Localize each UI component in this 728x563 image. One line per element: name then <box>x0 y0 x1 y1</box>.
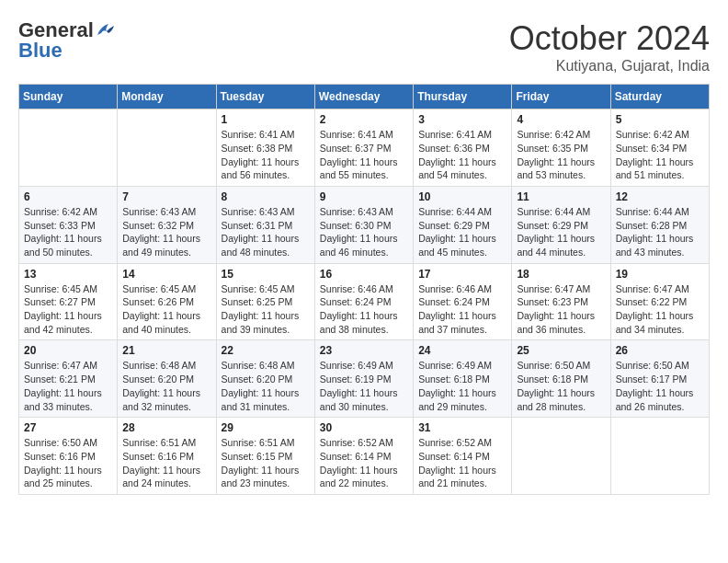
day-info: Sunrise: 6:46 AMSunset: 6:24 PMDaylight:… <box>418 282 506 337</box>
calendar-day-cell: 2Sunrise: 6:41 AMSunset: 6:37 PMDaylight… <box>314 109 413 187</box>
calendar-day-cell: 15Sunrise: 6:45 AMSunset: 6:25 PMDayligh… <box>216 263 314 340</box>
day-number: 31 <box>418 421 506 434</box>
day-info: Sunrise: 6:43 AMSunset: 6:31 PMDaylight:… <box>222 205 310 259</box>
day-number: 18 <box>517 268 605 281</box>
day-info: Sunrise: 6:42 AMSunset: 6:35 PMDaylight:… <box>517 128 605 182</box>
calendar-day-cell: 25Sunrise: 6:50 AMSunset: 6:18 PMDayligh… <box>512 340 610 418</box>
day-number: 4 <box>517 113 605 126</box>
calendar-week-row: 1Sunrise: 6:41 AMSunset: 6:38 PMDaylight… <box>19 109 710 187</box>
logo-bird-icon <box>96 22 116 39</box>
day-info: Sunrise: 6:41 AMSunset: 6:37 PMDaylight:… <box>320 128 408 182</box>
logo-blue-text: Blue <box>18 39 63 63</box>
day-number: 22 <box>222 344 310 357</box>
calendar-day-cell: 28Sunrise: 6:51 AMSunset: 6:16 PMDayligh… <box>118 418 216 495</box>
day-info: Sunrise: 6:42 AMSunset: 6:33 PMDaylight:… <box>24 205 112 259</box>
day-number: 11 <box>517 190 605 203</box>
calendar-day-header: Wednesday <box>314 85 413 109</box>
calendar-day-header: Tuesday <box>216 85 314 109</box>
calendar-day-cell: 5Sunrise: 6:42 AMSunset: 6:34 PMDaylight… <box>610 109 709 187</box>
calendar-day-cell: 30Sunrise: 6:52 AMSunset: 6:14 PMDayligh… <box>314 418 413 495</box>
logo: General Blue <box>18 18 116 63</box>
calendar-day-cell <box>118 109 216 187</box>
day-info: Sunrise: 6:49 AMSunset: 6:19 PMDaylight:… <box>320 359 408 413</box>
calendar-day-header: Saturday <box>610 85 709 109</box>
day-number: 24 <box>418 344 506 357</box>
day-info: Sunrise: 6:50 AMSunset: 6:18 PMDaylight:… <box>517 359 605 413</box>
calendar-day-header: Thursday <box>414 85 512 109</box>
calendar-day-cell: 27Sunrise: 6:50 AMSunset: 6:16 PMDayligh… <box>19 418 118 495</box>
day-number: 19 <box>616 268 704 281</box>
day-info: Sunrise: 6:48 AMSunset: 6:20 PMDaylight:… <box>222 359 310 413</box>
calendar-day-header: Friday <box>512 85 610 109</box>
day-number: 12 <box>616 190 704 203</box>
calendar-day-cell: 20Sunrise: 6:47 AMSunset: 6:21 PMDayligh… <box>19 340 118 418</box>
day-info: Sunrise: 6:47 AMSunset: 6:23 PMDaylight:… <box>517 282 605 337</box>
calendar-day-cell: 9Sunrise: 6:43 AMSunset: 6:30 PMDaylight… <box>314 186 413 263</box>
day-info: Sunrise: 6:46 AMSunset: 6:24 PMDaylight:… <box>320 282 408 337</box>
day-number: 30 <box>320 421 408 434</box>
day-info: Sunrise: 6:50 AMSunset: 6:16 PMDaylight:… <box>24 436 112 490</box>
calendar-day-cell: 13Sunrise: 6:45 AMSunset: 6:27 PMDayligh… <box>19 263 118 340</box>
day-number: 3 <box>418 113 506 126</box>
day-info: Sunrise: 6:42 AMSunset: 6:34 PMDaylight:… <box>616 128 704 182</box>
calendar-day-cell: 26Sunrise: 6:50 AMSunset: 6:17 PMDayligh… <box>610 340 709 418</box>
calendar-week-row: 13Sunrise: 6:45 AMSunset: 6:27 PMDayligh… <box>19 263 710 340</box>
calendar-day-cell: 17Sunrise: 6:46 AMSunset: 6:24 PMDayligh… <box>414 263 512 340</box>
day-number: 9 <box>320 190 408 203</box>
calendar-day-header: Sunday <box>19 85 118 109</box>
month-title: October 2024 <box>509 18 710 58</box>
calendar-day-cell: 6Sunrise: 6:42 AMSunset: 6:33 PMDaylight… <box>19 186 118 263</box>
day-info: Sunrise: 6:49 AMSunset: 6:18 PMDaylight:… <box>418 359 506 413</box>
day-number: 7 <box>122 190 210 203</box>
calendar-day-cell: 23Sunrise: 6:49 AMSunset: 6:19 PMDayligh… <box>314 340 413 418</box>
day-info: Sunrise: 6:41 AMSunset: 6:36 PMDaylight:… <box>418 128 506 182</box>
day-info: Sunrise: 6:45 AMSunset: 6:27 PMDaylight:… <box>24 282 112 337</box>
calendar-day-cell: 1Sunrise: 6:41 AMSunset: 6:38 PMDaylight… <box>216 109 314 187</box>
calendar-header-row: SundayMondayTuesdayWednesdayThursdayFrid… <box>19 85 710 109</box>
day-info: Sunrise: 6:45 AMSunset: 6:26 PMDaylight:… <box>122 282 210 337</box>
day-info: Sunrise: 6:47 AMSunset: 6:21 PMDaylight:… <box>24 359 112 413</box>
page-header: General Blue October 2024 Kutiyana, Guja… <box>18 18 710 75</box>
calendar-day-cell: 4Sunrise: 6:42 AMSunset: 6:35 PMDaylight… <box>512 109 610 187</box>
day-number: 26 <box>616 344 704 357</box>
day-info: Sunrise: 6:43 AMSunset: 6:30 PMDaylight:… <box>320 205 408 259</box>
day-info: Sunrise: 6:43 AMSunset: 6:32 PMDaylight:… <box>122 205 210 259</box>
day-number: 15 <box>222 268 310 281</box>
day-number: 6 <box>24 190 112 203</box>
calendar-day-cell: 7Sunrise: 6:43 AMSunset: 6:32 PMDaylight… <box>118 186 216 263</box>
day-number: 10 <box>418 190 506 203</box>
day-number: 28 <box>122 421 210 434</box>
day-number: 14 <box>122 268 210 281</box>
calendar-day-cell: 3Sunrise: 6:41 AMSunset: 6:36 PMDaylight… <box>414 109 512 187</box>
calendar-day-cell <box>19 109 118 187</box>
day-number: 17 <box>418 268 506 281</box>
calendar-day-cell: 21Sunrise: 6:48 AMSunset: 6:20 PMDayligh… <box>118 340 216 418</box>
day-number: 27 <box>24 421 112 434</box>
calendar-day-cell: 18Sunrise: 6:47 AMSunset: 6:23 PMDayligh… <box>512 263 610 340</box>
day-info: Sunrise: 6:44 AMSunset: 6:28 PMDaylight:… <box>616 205 704 259</box>
day-number: 1 <box>222 113 310 126</box>
day-info: Sunrise: 6:51 AMSunset: 6:16 PMDaylight:… <box>122 436 210 490</box>
calendar-day-cell: 29Sunrise: 6:51 AMSunset: 6:15 PMDayligh… <box>216 418 314 495</box>
calendar-week-row: 6Sunrise: 6:42 AMSunset: 6:33 PMDaylight… <box>19 186 710 263</box>
day-info: Sunrise: 6:41 AMSunset: 6:38 PMDaylight:… <box>222 128 310 182</box>
calendar-day-cell: 24Sunrise: 6:49 AMSunset: 6:18 PMDayligh… <box>414 340 512 418</box>
day-number: 16 <box>320 268 408 281</box>
calendar-table: SundayMondayTuesdayWednesdayThursdayFrid… <box>18 84 710 495</box>
calendar-day-cell: 12Sunrise: 6:44 AMSunset: 6:28 PMDayligh… <box>610 186 709 263</box>
day-number: 23 <box>320 344 408 357</box>
calendar-day-cell: 16Sunrise: 6:46 AMSunset: 6:24 PMDayligh… <box>314 263 413 340</box>
calendar-day-cell: 14Sunrise: 6:45 AMSunset: 6:26 PMDayligh… <box>118 263 216 340</box>
calendar-week-row: 27Sunrise: 6:50 AMSunset: 6:16 PMDayligh… <box>19 418 710 495</box>
day-number: 29 <box>222 421 310 434</box>
calendar-day-cell <box>512 418 610 495</box>
day-info: Sunrise: 6:44 AMSunset: 6:29 PMDaylight:… <box>418 205 506 259</box>
day-info: Sunrise: 6:51 AMSunset: 6:15 PMDaylight:… <box>222 436 310 490</box>
day-number: 20 <box>24 344 112 357</box>
calendar-day-cell: 8Sunrise: 6:43 AMSunset: 6:31 PMDaylight… <box>216 186 314 263</box>
calendar-day-cell <box>610 418 709 495</box>
day-number: 25 <box>517 344 605 357</box>
day-number: 21 <box>122 344 210 357</box>
day-info: Sunrise: 6:47 AMSunset: 6:22 PMDaylight:… <box>616 282 704 337</box>
calendar-day-cell: 31Sunrise: 6:52 AMSunset: 6:14 PMDayligh… <box>414 418 512 495</box>
